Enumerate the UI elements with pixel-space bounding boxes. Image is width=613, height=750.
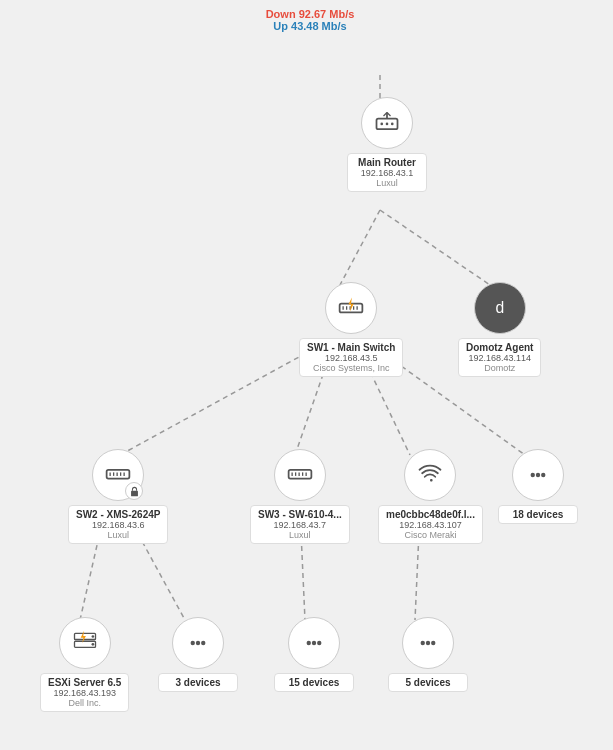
domotz-brand: Domotz [466,363,533,373]
group15-name: 15 devices [282,677,346,688]
esxi-ip: 192.168.43.193 [48,688,121,698]
node-domotz[interactable]: d Domotz Agent 192.168.43.114 Domotz [458,282,541,377]
sw3-brand: Luxul [258,530,342,540]
main-router-brand: Luxul [355,178,419,188]
dots18-svg [524,461,552,489]
esxi-icon [59,617,111,669]
sw3-icon [274,449,326,501]
svg-point-47 [191,641,195,645]
esxi-name: ESXi Server 6.5 [48,677,121,688]
esxi-brand: Dell Inc. [48,698,121,708]
sw2-label: SW2 - XMS-2624P 192.168.43.6 Luxul [68,505,168,544]
sw1-icon [325,282,377,334]
node-sw1[interactable]: SW1 - Main Switch 192.168.43.5 Cisco Sys… [299,282,403,377]
sw3-svg [286,461,314,489]
svg-point-44 [91,635,94,638]
node-meraki[interactable]: me0cbbc48de0f.l... 192.168.43.107 Cisco … [378,449,483,544]
node-sw3[interactable]: SW3 - SW-610-4... 192.168.43.7 Luxul [250,449,350,544]
sw2-name: SW2 - XMS-2624P [76,509,160,520]
svg-point-52 [317,641,321,645]
group5-label: 5 devices [388,673,468,692]
sw2-brand: Luxul [76,530,160,540]
esxi-label: ESXi Server 6.5 192.168.43.193 Dell Inc. [40,673,129,712]
svg-point-49 [201,641,205,645]
node-sw2[interactable]: SW2 - XMS-2624P 192.168.43.6 Luxul [68,449,168,544]
svg-point-39 [531,473,535,477]
svg-point-50 [307,641,311,645]
svg-point-55 [431,641,435,645]
sw1-name: SW1 - Main Switch [307,342,395,353]
node-18devices[interactable]: 18 devices [498,449,578,524]
sw1-ip: 192.168.43.5 [307,353,395,363]
dots5-svg [414,629,442,657]
svg-point-41 [541,473,545,477]
sw3-label: SW3 - SW-610-4... 192.168.43.7 Luxul [250,505,350,544]
sw2-ip: 192.168.43.6 [76,520,160,530]
group18-icon [512,449,564,501]
node-esxi[interactable]: ESXi Server 6.5 192.168.43.193 Dell Inc. [40,617,129,712]
svg-marker-24 [349,298,354,312]
main-router-label: Main Router 192.168.43.1 Luxul [347,153,427,192]
speed-box: Down 92.67 Mb/s Up 43.48 Mb/s [240,8,380,32]
dots3-svg [184,629,212,657]
group5-name: 5 devices [396,677,460,688]
wifi-svg [416,461,444,489]
meraki-name: me0cbbc48de0f.l... [386,509,475,520]
sw3-ip: 192.168.43.7 [258,520,342,530]
svg-point-12 [380,123,383,126]
svg-line-1 [340,210,380,285]
group18-name: 18 devices [506,509,570,520]
group3-label: 3 devices [158,673,238,692]
group5-icon [402,617,454,669]
speed-down: Down 92.67 Mb/s [240,8,380,20]
meraki-brand: Cisco Meraki [386,530,475,540]
svg-point-40 [536,473,540,477]
svg-point-51 [312,641,316,645]
router-icon [361,97,413,149]
server-svg [71,629,99,657]
svg-point-14 [391,123,394,126]
svg-point-54 [426,641,430,645]
node-5devices[interactable]: 5 devices [388,617,468,692]
svg-point-45 [91,643,94,646]
svg-point-48 [196,641,200,645]
group3-name: 3 devices [166,677,230,688]
svg-text:d: d [495,299,504,316]
svg-point-53 [421,641,425,645]
network-map: Down 92.67 Mb/s Up 43.48 Mb/s Main Route… [0,0,613,750]
domotz-name: Domotz Agent [466,342,533,353]
node-3devices[interactable]: 3 devices [158,617,238,692]
sw2-icon [92,449,144,501]
dots15-svg [300,629,328,657]
domotz-svg: d [486,294,514,322]
svg-point-13 [386,123,389,126]
sw1-label: SW1 - Main Switch 192.168.43.5 Cisco Sys… [299,338,403,377]
group18-label: 18 devices [498,505,578,524]
domotz-label: Domotz Agent 192.168.43.114 Domotz [458,338,541,377]
sw1-svg [337,294,365,322]
meraki-icon [404,449,456,501]
speed-up: Up 43.48 Mb/s [240,20,380,32]
lock-icon [129,486,140,497]
lock-badge [125,482,143,500]
meraki-ip: 192.168.43.107 [386,520,475,530]
group15-icon [288,617,340,669]
group15-label: 15 devices [274,673,354,692]
main-router-ip: 192.168.43.1 [355,168,419,178]
group3-icon [172,617,224,669]
sw3-name: SW3 - SW-610-4... [258,509,342,520]
node-main-router[interactable]: Main Router 192.168.43.1 Luxul [347,97,427,192]
svg-line-2 [380,210,490,285]
node-15devices[interactable]: 15 devices [274,617,354,692]
router-svg [373,109,401,137]
svg-rect-32 [131,490,138,496]
domotz-icon: d [474,282,526,334]
sw1-brand: Cisco Systems, Inc [307,363,395,373]
meraki-label: me0cbbc48de0f.l... 192.168.43.107 Cisco … [378,505,483,544]
domotz-ip: 192.168.43.114 [466,353,533,363]
main-router-name: Main Router [355,157,419,168]
